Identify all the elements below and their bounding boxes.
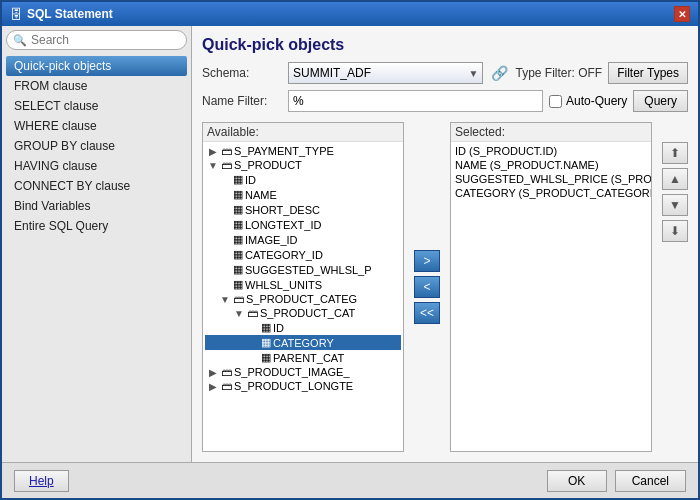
table-icon: 🗃 — [221, 380, 232, 392]
expand-icon: ▶ — [207, 381, 219, 392]
node-label: SUGGESTED_WHLSL_P — [245, 264, 372, 276]
remove-button[interactable]: < — [414, 276, 440, 298]
move-down-button[interactable]: ▼ — [662, 194, 688, 216]
auto-query-checkbox[interactable] — [549, 95, 562, 108]
selected-node[interactable]: NAME (S_PRODUCT.NAME) — [453, 158, 649, 172]
bottom-bar: Help OK Cancel — [2, 462, 698, 498]
tree-node[interactable]: ▦ WHLSL_UNITS — [205, 277, 401, 292]
sidebar-item-where-clause[interactable]: WHERE clause — [6, 116, 187, 136]
name-filter-input[interactable] — [288, 90, 543, 112]
table-icon: 🗃 — [221, 366, 232, 378]
node-label: S_PRODUCT_CATEG — [246, 293, 357, 305]
sidebar-item-entire-sql-query[interactable]: Entire SQL Query — [6, 216, 187, 236]
column-icon: ▦ — [233, 218, 243, 231]
tree-node[interactable]: ▦ ID — [205, 320, 401, 335]
sidebar-item-from-clause[interactable]: FROM clause — [6, 76, 187, 96]
schema-select[interactable]: SUMMIT_ADF — [288, 62, 483, 84]
selected-tree-panel: Selected: ID (S_PRODUCT.ID) NAME (S_PROD… — [450, 122, 652, 452]
search-input[interactable] — [31, 33, 180, 47]
tree-node[interactable]: ▦ CATEGORY_ID — [205, 247, 401, 262]
move-up-button[interactable]: ▲ — [662, 168, 688, 190]
close-button[interactable]: ✕ — [674, 6, 690, 22]
sidebar-item-having-clause[interactable]: HAVING clause — [6, 156, 187, 176]
available-header: Available: — [203, 123, 403, 142]
node-label: ID — [273, 322, 284, 334]
sidebar-item-select-clause[interactable]: SELECT clause — [6, 96, 187, 116]
tree-node-selected[interactable]: ▦ CATEGORY — [205, 335, 401, 350]
panel-title: Quick-pick objects — [202, 36, 688, 54]
remove-all-button[interactable]: << — [414, 302, 440, 324]
column-icon: ▦ — [233, 233, 243, 246]
tree-node[interactable]: ▦ PARENT_CAT — [205, 350, 401, 365]
help-button[interactable]: Help — [14, 470, 69, 492]
tree-node[interactable]: ▶ 🗃 S_PRODUCT_IMAGE_ — [205, 365, 401, 379]
selected-node[interactable]: SUGGESTED_WHLSL_PRICE (S_PROD — [453, 172, 649, 186]
sidebar-item-quick-pick[interactable]: Quick-pick objects — [6, 56, 187, 76]
title-bar-left: 🗄 SQL Statement — [10, 7, 113, 22]
schema-label: Schema: — [202, 66, 282, 80]
add-button[interactable]: > — [414, 250, 440, 272]
cancel-button[interactable]: Cancel — [615, 470, 686, 492]
middle-buttons: > < << — [410, 122, 444, 452]
expand-icon: ▼ — [207, 160, 219, 171]
tree-node[interactable]: ▦ SHORT_DESC — [205, 202, 401, 217]
node-label: ID (S_PRODUCT.ID) — [455, 145, 557, 157]
tree-node[interactable]: ▦ SUGGESTED_WHLSL_P — [205, 262, 401, 277]
tree-node[interactable]: ▶ 🗃 S_PRODUCT_LONGTE — [205, 379, 401, 393]
name-filter-row: Name Filter: Auto-Query Query — [202, 90, 688, 112]
auto-query-wrapper: Auto-Query — [549, 94, 627, 108]
auto-query-label: Auto-Query — [566, 94, 627, 108]
node-label: CATEGORY — [273, 337, 334, 349]
sidebar-item-bind-variables[interactable]: Bind Variables — [6, 196, 187, 216]
expand-icon: ▶ — [207, 367, 219, 378]
node-label: CATEGORY_ID — [245, 249, 323, 261]
tree-node[interactable]: ▼ 🗃 S_PRODUCT_CATEG — [205, 292, 401, 306]
selected-node[interactable]: CATEGORY (S_PRODUCT_CATEGORI — [453, 186, 649, 200]
tree-node[interactable]: ▦ ID — [205, 172, 401, 187]
table-icon: 🗃 — [247, 307, 258, 319]
node-label: S_PRODUCT_CAT — [260, 307, 355, 319]
table-icon: 🗃 — [233, 293, 244, 305]
selected-node[interactable]: ID (S_PRODUCT.ID) — [453, 144, 649, 158]
type-filter-label: Type Filter: OFF — [516, 66, 603, 80]
right-panel: Quick-pick objects Schema: SUMMIT_ADF ▼ … — [192, 26, 698, 462]
tree-node[interactable]: ▦ NAME — [205, 187, 401, 202]
node-label: S_PRODUCT_IMAGE_ — [234, 366, 350, 378]
main-content: 🔍 Quick-pick objects FROM clause SELECT … — [2, 26, 698, 462]
sidebar-item-group-by-clause[interactable]: GROUP BY clause — [6, 136, 187, 156]
move-up-top-button[interactable]: ⬆ — [662, 142, 688, 164]
available-tree-panel: Available: ▶ 🗃 S_PAYMENT_TYPE ▼ 🗃 S_PROD… — [202, 122, 404, 452]
expand-icon: ▶ — [207, 146, 219, 157]
expand-icon: ▼ — [219, 294, 231, 305]
column-icon: ▦ — [261, 336, 271, 349]
move-down-bottom-button[interactable]: ⬇ — [662, 220, 688, 242]
node-label: ID — [245, 174, 256, 186]
expand-icon: ▼ — [233, 308, 245, 319]
trees-area: Available: ▶ 🗃 S_PAYMENT_TYPE ▼ 🗃 S_PROD… — [202, 122, 688, 452]
selected-tree-body[interactable]: ID (S_PRODUCT.ID) NAME (S_PRODUCT.NAME) … — [451, 142, 651, 451]
link-icon-button[interactable]: 🔗 — [489, 65, 510, 81]
sidebar: 🔍 Quick-pick objects FROM clause SELECT … — [2, 26, 192, 462]
available-tree-body[interactable]: ▶ 🗃 S_PAYMENT_TYPE ▼ 🗃 S_PRODUCT ▦ — [203, 142, 403, 451]
column-icon: ▦ — [233, 188, 243, 201]
column-icon: ▦ — [233, 263, 243, 276]
tree-node[interactable]: ▦ LONGTEXT_ID — [205, 217, 401, 232]
selected-header: Selected: — [451, 123, 651, 142]
node-label: S_PRODUCT — [234, 159, 302, 171]
node-label: WHLSL_UNITS — [245, 279, 322, 291]
node-label: NAME — [245, 189, 277, 201]
tree-node[interactable]: ▦ IMAGE_ID — [205, 232, 401, 247]
ok-button[interactable]: OK — [547, 470, 607, 492]
schema-row: Schema: SUMMIT_ADF ▼ 🔗 Type Filter: OFF … — [202, 62, 688, 84]
tree-node[interactable]: ▼ 🗃 S_PRODUCT_CAT — [205, 306, 401, 320]
tree-node[interactable]: ▶ 🗃 S_PAYMENT_TYPE — [205, 144, 401, 158]
node-label: IMAGE_ID — [245, 234, 298, 246]
tree-node[interactable]: ▼ 🗃 S_PRODUCT — [205, 158, 401, 172]
node-label: NAME (S_PRODUCT.NAME) — [455, 159, 599, 171]
node-label: PARENT_CAT — [273, 352, 344, 364]
search-box: 🔍 — [6, 30, 187, 50]
query-button[interactable]: Query — [633, 90, 688, 112]
column-icon: ▦ — [261, 351, 271, 364]
filter-types-button[interactable]: Filter Types — [608, 62, 688, 84]
sidebar-item-connect-by-clause[interactable]: CONNECT BY clause — [6, 176, 187, 196]
